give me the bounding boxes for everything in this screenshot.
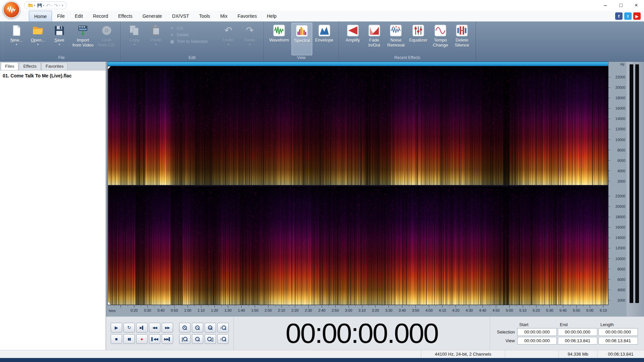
sidebar-tab-favorites[interactable]: Favorites bbox=[41, 62, 68, 70]
youtube-icon[interactable]: ▶ bbox=[633, 12, 641, 20]
time-label: 1:20 bbox=[211, 305, 218, 313]
zoom-selection-start-button[interactable]: [ bbox=[179, 334, 191, 344]
playhead-marker-bottom[interactable] bbox=[108, 302, 111, 305]
ribbon-redo-button[interactable]: ↷Redo▾ bbox=[239, 23, 260, 55]
play-button[interactable]: ▶ bbox=[111, 323, 122, 333]
twitter-icon[interactable]: t bbox=[624, 12, 632, 20]
sidebar-tab-effects[interactable]: Effects bbox=[19, 62, 41, 70]
qat-customize-button[interactable]: ▾ bbox=[62, 4, 63, 7]
ribbon-amplify-button[interactable]: Amplify bbox=[342, 23, 363, 55]
view-length-field[interactable]: 00:06:13.841 bbox=[598, 337, 638, 345]
zoom-out-button[interactable]: − bbox=[192, 323, 203, 333]
menu-tab-help[interactable]: Help bbox=[262, 11, 282, 21]
qat-save-button[interactable]: ▾ bbox=[37, 3, 44, 8]
spectrogram-right-channel[interactable] bbox=[108, 186, 608, 305]
spectral-icon bbox=[296, 24, 308, 38]
stop-button[interactable]: ■ bbox=[111, 334, 122, 344]
ribbon-open-button[interactable]: Open...▾ bbox=[28, 23, 48, 55]
play-next-button[interactable]: ▶▌ bbox=[136, 323, 148, 333]
zoom-selection-end-button[interactable]: ] bbox=[205, 334, 216, 344]
spectrogram-left-channel[interactable] bbox=[108, 66, 608, 185]
menu-tab-edit[interactable]: Edit bbox=[70, 11, 88, 21]
ribbon-new-button[interactable]: New...▾ bbox=[6, 23, 27, 55]
zoom-vertical-in-button[interactable]: ↕ bbox=[217, 323, 229, 333]
import-video-icon bbox=[77, 24, 89, 37]
ribbon-paste-button[interactable]: Paste▾ bbox=[146, 23, 166, 55]
chevron-down-icon: ▾ bbox=[59, 4, 60, 7]
zoom-selection-button[interactable]: · bbox=[192, 334, 203, 344]
ribbon-delete-silence-button[interactable]: Delete Silence bbox=[451, 23, 472, 55]
minimize-button[interactable]: – bbox=[598, 0, 613, 10]
delete-silence-icon bbox=[456, 24, 468, 37]
ribbon-cut-button[interactable]: ×Cut bbox=[170, 25, 215, 31]
ribbon-copy-button[interactable]: Copy▾ bbox=[124, 23, 145, 55]
ribbon-envelope-button[interactable]: Envelope bbox=[313, 23, 335, 55]
noise-removal-icon bbox=[390, 24, 402, 37]
menu-tab-mix[interactable]: Mix bbox=[215, 11, 232, 21]
frequency-label: 18000 bbox=[608, 96, 625, 100]
ribbon-trim-to-selection-button[interactable]: ▣Trim to Selection bbox=[170, 39, 215, 44]
menu-tab-favorites[interactable]: Favorites bbox=[232, 11, 262, 21]
frequency-label: 6000 bbox=[608, 278, 625, 282]
ribbon-save-button[interactable]: Save▾ bbox=[49, 23, 70, 55]
time-ruler[interactable]: hms 0:200:300:400:501:001:101:201:301:40… bbox=[107, 305, 608, 316]
ribbon-grab-from-cd-button[interactable]: Grab from CD bbox=[96, 23, 117, 55]
file-panel: FilesEffectsFavorites 01. Come Talk To M… bbox=[0, 62, 106, 350]
time-label: 0:30 bbox=[144, 305, 151, 313]
menu-tab-home[interactable]: Home bbox=[29, 11, 52, 21]
zoom-100-button[interactable]: 100 bbox=[205, 323, 216, 333]
ribbon-undo-button[interactable]: ↶Undo▾ bbox=[218, 23, 239, 55]
editor-row: hms 0:200:300:400:501:001:101:201:301:40… bbox=[106, 62, 644, 316]
zoom-vertical-out-button[interactable]: ↕ bbox=[217, 334, 229, 344]
position-bar[interactable] bbox=[107, 62, 608, 66]
file-list-item[interactable]: 01. Come Talk To Me (Live).flac bbox=[3, 73, 103, 78]
go-to-end-button[interactable]: ▶▶▌ bbox=[162, 334, 173, 344]
zoom-in-button[interactable]: + bbox=[179, 323, 191, 333]
ribbon-tempo-change-button[interactable]: Tempo Change bbox=[430, 23, 451, 55]
view-start-field[interactable]: 00:00:00.000 bbox=[517, 337, 557, 345]
amplify-icon bbox=[347, 24, 359, 37]
magnifier-icon bbox=[183, 337, 188, 342]
ribbon-spectral-button[interactable]: Spectral bbox=[291, 23, 312, 55]
pause-button[interactable]: ▮▮ bbox=[123, 334, 135, 344]
selection-length-field[interactable]: 00:00:00.000 bbox=[598, 328, 638, 336]
close-button[interactable]: × bbox=[629, 0, 644, 10]
loop-play-button[interactable]: ↻ bbox=[123, 323, 135, 333]
time-label: 5:00 bbox=[506, 305, 513, 313]
ribbon-group-file: New...▾Open...▾Save▾Import from VideoGra… bbox=[3, 21, 121, 61]
qat-open-button[interactable]: ▾ bbox=[28, 3, 35, 8]
titlebar: ▾▾↶▾↷▾▾ –□× bbox=[0, 0, 644, 11]
selection-start-field[interactable]: 00:00:00.000 bbox=[517, 328, 557, 336]
transport-controls: ▶↻▶▌◀◀▶▶+−100↕■▮▮●▌◀◀▶▶▌[·]↕ bbox=[106, 323, 233, 344]
playhead-marker-top[interactable] bbox=[108, 66, 111, 69]
ribbon-waveform-button[interactable]: Waveform bbox=[267, 23, 291, 55]
fast-forward-button[interactable]: ▶▶ bbox=[162, 323, 173, 333]
menu-tab-generate[interactable]: Generate bbox=[138, 11, 167, 21]
maximize-button[interactable]: □ bbox=[613, 0, 629, 10]
record-button[interactable]: ● bbox=[136, 334, 148, 344]
ribbon-import-from-video-button[interactable]: Import from Video bbox=[70, 23, 96, 55]
qat-undo-button[interactable]: ↶▾ bbox=[46, 3, 52, 8]
envelope-icon bbox=[318, 24, 330, 37]
go-to-start-button[interactable]: ▌◀◀ bbox=[149, 334, 160, 344]
ribbon-noise-removal-button[interactable]: Noise Removal bbox=[385, 23, 407, 55]
qat-redo-button[interactable]: ↷▾ bbox=[54, 3, 60, 8]
sidebar-tab-files[interactable]: Files bbox=[1, 62, 18, 70]
view-end-field[interactable]: 00:06:13.841 bbox=[558, 337, 597, 345]
rewind-button[interactable]: ◀◀ bbox=[149, 323, 160, 333]
menu-tab-tools[interactable]: Tools bbox=[194, 11, 215, 21]
ribbon-group-label: View bbox=[267, 55, 335, 61]
ribbon-equalizer-button[interactable]: Equalizer bbox=[407, 23, 429, 55]
ribbon-delete-button[interactable]: ×Delete bbox=[170, 32, 215, 37]
menu-tab-record[interactable]: Record bbox=[88, 11, 113, 21]
ribbon-fade-in-out-button[interactable]: Fade In/Out bbox=[364, 23, 385, 55]
frequency-label: 20000 bbox=[608, 204, 625, 208]
menu-tab-dx-vst[interactable]: DX/VST bbox=[167, 11, 194, 21]
menu-tab-effects[interactable]: Effects bbox=[113, 11, 138, 21]
frequency-ruler: Hz 2200020000180001600014000120001000080… bbox=[608, 62, 627, 316]
selection-end-field[interactable]: 00:00:00.000 bbox=[558, 328, 597, 336]
save-icon bbox=[53, 24, 65, 37]
menu-tab-file[interactable]: File bbox=[52, 11, 70, 21]
facebook-icon[interactable]: f bbox=[615, 12, 623, 20]
app-logo-icon[interactable] bbox=[3, 1, 20, 18]
